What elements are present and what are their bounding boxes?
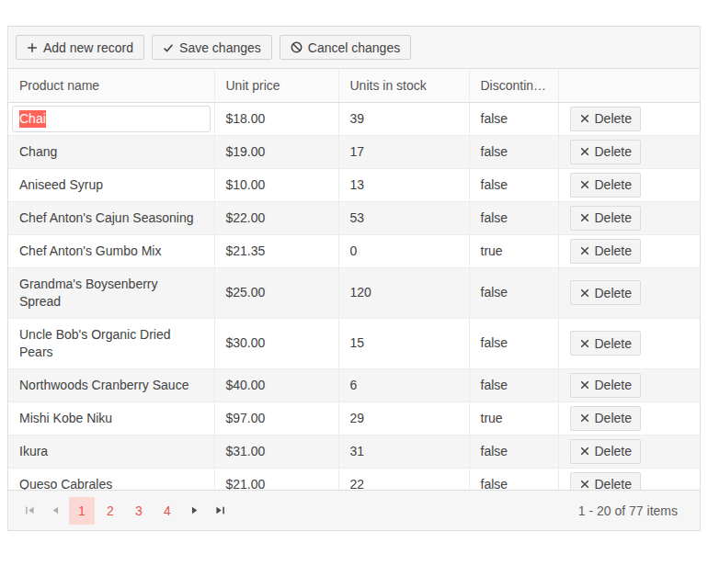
cell-units-in-stock[interactable]: 6 [338,368,469,401]
page-button-3[interactable]: 3 [126,497,152,525]
cell-unit-price[interactable]: $10.00 [214,168,338,201]
cell-units-in-stock[interactable]: 17 [338,135,469,168]
cell-units-in-stock[interactable]: 39 [338,102,469,135]
table-row: Chang$19.0017falseDelete [8,135,700,168]
cell-unit-price[interactable]: $22.00 [214,201,338,234]
x-icon [579,113,590,124]
next-page-button[interactable] [182,497,206,525]
cell-units-in-stock[interactable]: 15 [338,318,469,368]
delete-label: Delete [595,336,632,351]
delete-button[interactable]: Delete [570,140,641,164]
x-icon [579,245,590,256]
cell-product-name[interactable]: Queso Cabrales [8,468,214,490]
cell-product-name[interactable]: Chef Anton's Gumbo Mix [8,234,214,267]
cell-discontinued[interactable]: true [469,234,558,267]
cell-units-in-stock[interactable]: 22 [338,468,469,490]
cell-product-name[interactable]: Grandma's Boysenberry Spread [8,267,214,318]
x-icon [579,146,590,157]
x-icon [579,479,590,490]
page-button-1[interactable]: 1 [69,497,95,525]
cell-discontinued[interactable]: false [469,368,558,401]
page-button-2[interactable]: 2 [97,497,123,525]
column-header-discontinued[interactable]: Discontinued [469,69,558,102]
delete-button[interactable]: Delete [570,206,641,231]
first-page-button[interactable] [17,497,41,525]
x-icon [579,413,590,424]
x-icon [579,446,590,457]
header-row: Product name Unit price Units in stock D… [8,69,700,102]
cell-discontinued[interactable]: false [469,168,558,201]
cell-unit-price[interactable]: $21.00 [214,468,338,490]
delete-button[interactable]: Delete [570,107,641,131]
cancel-changes-button[interactable]: Cancel changes [280,35,411,60]
cell-commands: Delete [558,201,700,234]
cell-discontinued[interactable]: true [469,401,558,435]
cell-product-name[interactable]: Chef Anton's Cajun Seasoning [8,201,214,234]
previous-page-button[interactable] [43,497,67,525]
delete-button[interactable]: Delete [570,239,641,264]
delete-label: Delete [595,286,632,300]
seek-to-end-icon [215,505,225,515]
cell-product-name[interactable]: Ikura [8,435,214,468]
cell-units-in-stock[interactable]: 29 [338,401,469,435]
cell-discontinued[interactable]: false [469,201,558,234]
column-header-product-name[interactable]: Product name [8,69,214,102]
next-page-icon [189,505,200,515]
cell-commands: Delete [558,368,700,401]
cell-unit-price[interactable]: $40.00 [214,368,338,401]
cell-discontinued[interactable]: false [469,468,558,490]
cell-unit-price[interactable]: $18.00 [214,102,338,135]
delete-button[interactable]: Delete [570,373,641,398]
products-table: Product name Unit price Units in stock D… [8,69,700,490]
cell-product-name[interactable]: Northwoods Cranberry Sauce [8,368,214,401]
delete-button[interactable]: Delete [570,173,641,198]
table-row: Chef Anton's Cajun Seasoning$22.0053fals… [8,201,700,234]
delete-label: Delete [595,177,632,192]
cell-commands: Delete [558,234,700,267]
delete-button[interactable]: Delete [570,472,641,491]
save-changes-label: Save changes [179,40,261,55]
cell-units-in-stock[interactable]: 13 [338,168,469,201]
add-record-button[interactable]: Add new record [16,35,144,60]
cell-unit-price[interactable]: $31.00 [214,435,338,468]
cell-unit-price[interactable]: $21.35 [214,234,338,267]
delete-button[interactable]: Delete [570,439,641,464]
cell-discontinued[interactable]: false [469,435,558,468]
cell-commands: Delete [558,102,700,135]
table-row: Ikura$31.0031falseDelete [8,435,700,468]
cell-discontinued[interactable]: false [469,135,558,168]
delete-label: Delete [595,378,632,392]
column-header-unit-price[interactable]: Unit price [214,69,338,102]
delete-button[interactable]: Delete [570,280,641,305]
cell-unit-price[interactable]: $25.00 [214,267,338,318]
delete-button[interactable]: Delete [570,406,641,431]
cell-discontinued[interactable]: false [469,318,558,368]
table-row: Chai$18.0039falseDelete [8,102,700,135]
table-row: Aniseed Syrup$10.0013falseDelete [8,168,700,201]
cell-units-in-stock[interactable]: 0 [338,234,469,267]
cell-product-name[interactable]: Uncle Bob's Organic Dried Pears [8,318,214,368]
seek-to-first-icon [25,505,35,515]
delete-button[interactable]: Delete [570,331,641,356]
cell-product-name[interactable]: Mishi Kobe Niku [8,401,214,435]
cell-units-in-stock[interactable]: 120 [338,267,469,318]
cell-unit-price[interactable]: $19.00 [214,135,338,168]
cell-units-in-stock[interactable]: 31 [338,435,469,468]
cell-product-name[interactable]: Aniseed Syrup [8,168,214,201]
cell-commands: Delete [558,435,700,468]
save-changes-button[interactable]: Save changes [152,35,272,60]
cell-product-name-editing[interactable]: Chai [8,102,214,135]
table-row: Grandma's Boysenberry Spread$25.00120fal… [8,267,700,318]
cell-discontinued[interactable]: false [469,267,558,318]
cell-commands: Delete [558,135,700,168]
cell-discontinued[interactable]: false [469,102,558,135]
cell-units-in-stock[interactable]: 53 [338,201,469,234]
cell-unit-price[interactable]: $97.00 [214,401,338,435]
column-header-units-in-stock[interactable]: Units in stock [338,69,469,102]
last-page-button[interactable] [208,497,232,525]
cell-product-name[interactable]: Chang [8,135,214,168]
cell-unit-price[interactable]: $30.00 [214,318,338,368]
product-name-editor[interactable]: Chai [12,106,211,132]
page-button-4[interactable]: 4 [154,497,180,525]
cell-commands: Delete [558,267,700,318]
